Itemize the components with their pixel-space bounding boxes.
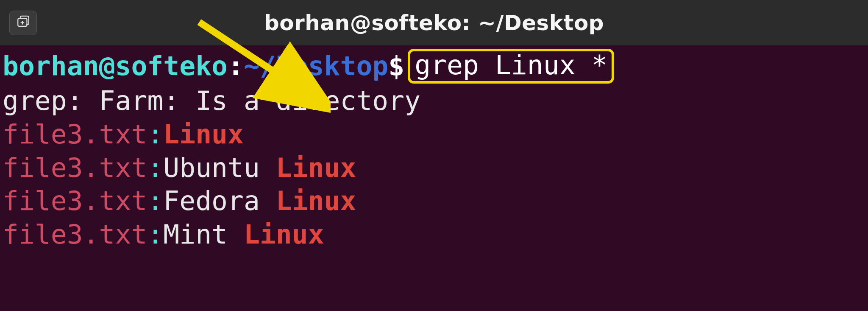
prompt-separator: :	[228, 50, 244, 81]
command-text: grep Linux *	[415, 50, 607, 81]
output-match: Linux	[276, 152, 356, 183]
new-tab-icon	[16, 15, 31, 31]
output-before: Ubuntu	[163, 152, 276, 183]
output-match-line: file3.txt:Ubuntu Linux	[3, 151, 865, 185]
output-colon: :	[147, 152, 163, 183]
output-filename: file3.txt	[3, 219, 147, 250]
title-bar: borhan@softeko: ~/Desktop	[0, 0, 868, 45]
terminal-output[interactable]: borhan@softeko:~/Desktop$grep Linux * gr…	[0, 45, 868, 252]
window-title: borhan@softeko: ~/Desktop	[264, 11, 604, 35]
prompt-symbol: $	[388, 50, 404, 81]
output-before: Fedora	[163, 185, 276, 216]
output-before: Mint	[163, 219, 244, 250]
prompt-path: ~/Desktop	[244, 50, 388, 81]
output-colon: :	[147, 185, 163, 216]
output-filename: file3.txt	[3, 152, 147, 183]
new-tab-button[interactable]	[9, 11, 37, 35]
output-warning: grep: Farm: Is a directory	[3, 85, 420, 116]
output-match: Linux	[276, 185, 356, 216]
output-warning-line: grep: Farm: Is a directory	[3, 84, 865, 118]
output-match-line: file3.txt:Linux	[3, 118, 865, 151]
prompt-user-host: borhan@softeko	[3, 50, 228, 81]
output-filename: file3.txt	[3, 119, 147, 150]
output-match-line: file3.txt:Mint Linux	[3, 218, 865, 252]
output-colon: :	[147, 119, 163, 150]
output-match-line: file3.txt:Fedora Linux	[3, 185, 865, 218]
output-colon: :	[147, 219, 163, 250]
command-highlight-box: grep Linux *	[408, 49, 614, 84]
output-match: Linux	[244, 219, 324, 250]
output-match: Linux	[163, 119, 244, 150]
prompt-line: borhan@softeko:~/Desktop$grep Linux *	[3, 50, 865, 84]
output-filename: file3.txt	[3, 185, 147, 216]
